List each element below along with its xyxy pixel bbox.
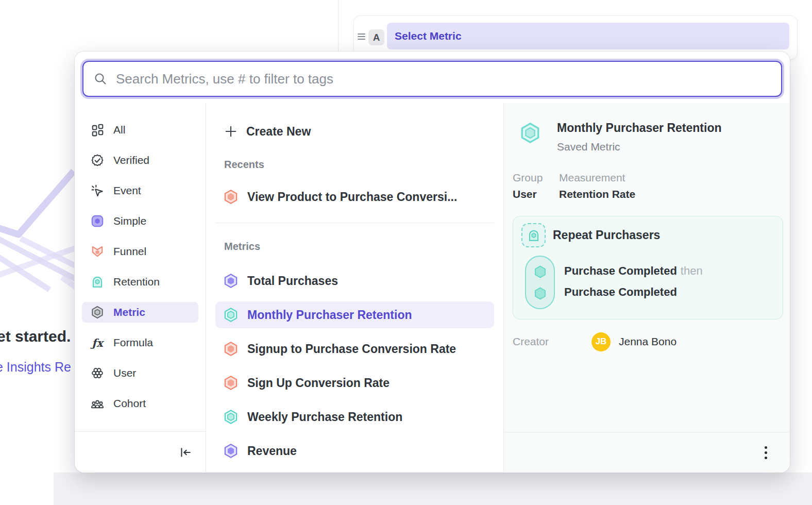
sidebar-item-simple[interactable]: Simple bbox=[82, 211, 198, 231]
sidebar-item-event[interactable]: Event bbox=[82, 180, 198, 201]
recents-section-label: Recents bbox=[215, 159, 494, 171]
recent-metric-item[interactable]: View Product to Purchase Conversi... bbox=[215, 188, 494, 206]
definition-card: Repeat Purchasers Purchase Completedthen bbox=[513, 216, 783, 319]
hexagon-purple-icon bbox=[223, 273, 239, 289]
hexagon-coral-icon bbox=[223, 341, 239, 357]
detail-title: Monthly Purchaser Retention bbox=[557, 121, 721, 135]
creator-label: Creator bbox=[513, 335, 591, 348]
metric-item-label: Signup to Purchase Conversion Rate bbox=[247, 342, 456, 356]
metrics-section-label: Metrics bbox=[215, 241, 494, 253]
drag-handle-icon[interactable] bbox=[358, 33, 365, 40]
hexagon-purple-icon bbox=[223, 443, 239, 459]
row-label-badge[interactable]: A bbox=[368, 29, 384, 45]
metric-item-label: Weekly Purchase Retention bbox=[247, 410, 402, 424]
category-sidebar: All Verified E bbox=[75, 103, 206, 473]
hexagon-teal-icon bbox=[533, 287, 547, 300]
sidebar-item-cohort[interactable]: Cohort bbox=[82, 393, 198, 414]
creator-name: Jenna Bono bbox=[619, 335, 676, 348]
collapse-panel-button[interactable] bbox=[179, 446, 192, 459]
formula-icon: ƒx bbox=[90, 335, 105, 350]
metric-icon bbox=[90, 305, 105, 319]
detail-meta: Group User Measurement Retention Rate bbox=[504, 172, 790, 200]
insights-report-link[interactable]: e Insights Re bbox=[0, 360, 71, 375]
metric-item-sign-up-conversion[interactable]: Sign Up Conversion Rate bbox=[215, 369, 494, 396]
group-label: Group bbox=[513, 172, 559, 184]
sidebar-item-all[interactable]: All bbox=[82, 120, 198, 140]
retention-icon bbox=[90, 275, 105, 289]
sidebar-item-label: Verified bbox=[113, 154, 149, 166]
select-metric-button[interactable]: Select Metric bbox=[387, 23, 789, 49]
metric-item-label: View Product to Purchase Conversi... bbox=[247, 190, 457, 204]
sidebar-item-label: Cohort bbox=[113, 397, 146, 410]
definition-step-2: Purchase Completed bbox=[564, 281, 703, 302]
metric-item-label: Monthly Purchaser Retention bbox=[247, 308, 412, 322]
background-bottom-strip bbox=[54, 473, 812, 505]
sidebar-item-label: Simple bbox=[113, 215, 146, 227]
sidebar-item-label: Formula bbox=[113, 336, 153, 349]
get-started-text: et started. bbox=[0, 328, 71, 345]
sidebar-item-label: User bbox=[113, 367, 136, 379]
metric-item-total-purchases[interactable]: Total Purchases bbox=[215, 267, 494, 294]
sidebar-item-label: Metric bbox=[113, 306, 145, 318]
event-sequence-capsule bbox=[525, 256, 555, 309]
create-new-button[interactable]: Create New bbox=[215, 122, 494, 141]
metric-item-signup-to-purchase[interactable]: Signup to Purchase Conversion Rate bbox=[215, 335, 494, 362]
sidebar-item-metric[interactable]: Metric bbox=[82, 302, 198, 323]
sidebar-item-formula[interactable]: ƒx Formula bbox=[82, 332, 198, 353]
creator-avatar: JB bbox=[591, 332, 611, 351]
metric-detail-panel: Monthly Purchaser Retention Saved Metric… bbox=[504, 103, 790, 473]
user-icon bbox=[90, 366, 105, 380]
sidebar-item-label: Event bbox=[113, 184, 141, 197]
metric-picker-modal: All Verified E bbox=[75, 52, 790, 473]
detail-footer bbox=[504, 432, 790, 473]
verified-badge-icon bbox=[90, 153, 105, 167]
metric-item-weekly-purchase-retention[interactable]: Weekly Purchase Retention bbox=[215, 403, 494, 430]
funnel-icon bbox=[90, 244, 105, 259]
measurement-value: Retention Rate bbox=[559, 188, 635, 200]
definition-step-1: Purchase Completedthen bbox=[564, 260, 703, 281]
metric-item-revenue[interactable]: Revenue bbox=[215, 437, 494, 464]
search-icon bbox=[93, 72, 108, 86]
list-divider bbox=[215, 223, 494, 223]
search-box[interactable] bbox=[82, 61, 782, 97]
hexagon-coral-icon bbox=[223, 375, 239, 391]
hexagon-teal-icon bbox=[223, 409, 239, 425]
sidebar-footer bbox=[75, 431, 206, 473]
simple-metric-icon bbox=[90, 214, 105, 228]
plus-icon bbox=[224, 125, 238, 138]
sidebar-item-retention[interactable]: Retention bbox=[82, 272, 198, 292]
metric-list-panel: Create New Recents View Product to Purch… bbox=[206, 103, 504, 473]
retention-icon bbox=[521, 223, 546, 247]
metric-item-label: Revenue bbox=[247, 444, 297, 458]
grid-icon bbox=[90, 123, 105, 137]
collapse-panel-icon bbox=[179, 446, 192, 459]
metric-item-monthly-purchaser-retention[interactable]: Monthly Purchaser Retention bbox=[215, 301, 494, 328]
create-new-label: Create New bbox=[246, 125, 311, 139]
metric-item-label: Total Purchases bbox=[247, 274, 338, 288]
select-metric-label: Select Metric bbox=[395, 30, 462, 42]
hexagon-teal-icon bbox=[519, 122, 541, 144]
sidebar-item-label: Funnel bbox=[113, 245, 146, 258]
hexagon-teal-icon bbox=[533, 265, 547, 279]
detail-subtitle: Saved Metric bbox=[557, 141, 721, 153]
sidebar-item-verified[interactable]: Verified bbox=[82, 150, 198, 171]
detail-header: Monthly Purchaser Retention Saved Metric bbox=[504, 121, 790, 153]
step-connector: then bbox=[681, 264, 703, 277]
metric-item-label: Sign Up Conversion Rate bbox=[247, 376, 390, 390]
sidebar-item-label: Retention bbox=[113, 276, 160, 288]
group-value: User bbox=[513, 188, 559, 200]
measurement-label: Measurement bbox=[559, 172, 635, 184]
definition-name: Repeat Purchasers bbox=[553, 228, 660, 242]
search-input[interactable] bbox=[116, 71, 771, 87]
creator-row: Creator JB Jenna Bono bbox=[504, 332, 790, 351]
more-options-button[interactable] bbox=[762, 443, 770, 462]
sidebar-item-label: All bbox=[113, 124, 125, 136]
sidebar-item-funnel[interactable]: Funnel bbox=[82, 241, 198, 262]
event-cursor-icon bbox=[90, 183, 105, 198]
sidebar-item-user[interactable]: User bbox=[82, 363, 198, 383]
hexagon-teal-icon bbox=[223, 307, 239, 323]
cohort-icon bbox=[90, 396, 105, 411]
hexagon-coral-icon bbox=[223, 189, 239, 205]
decorative-lines bbox=[0, 165, 78, 346]
